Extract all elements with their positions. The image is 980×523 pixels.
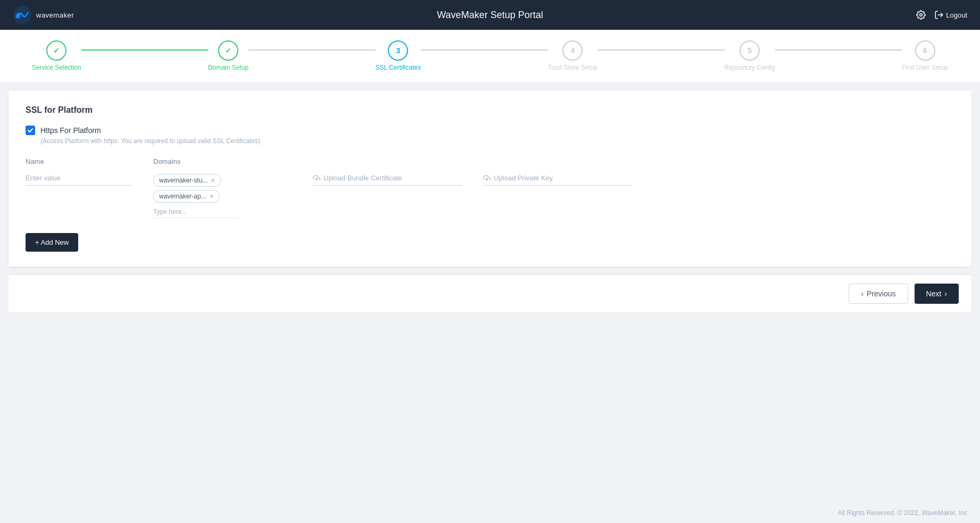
upload-bundle-button[interactable]: Upload Bundle Certificate bbox=[313, 171, 462, 186]
domain-tag-2-value: wavemaker-ap... bbox=[159, 193, 206, 200]
settings-button[interactable] bbox=[916, 10, 926, 20]
step-1-circle: ✓ bbox=[46, 40, 67, 61]
previous-button[interactable]: ‹ Previous bbox=[849, 284, 908, 304]
upload-private-button[interactable]: Upload Private Key bbox=[483, 171, 632, 186]
logo-text: wavemaker bbox=[36, 11, 74, 19]
upload-bundle-header bbox=[313, 157, 462, 165]
domain-tag-2: wavemaker-ap... × bbox=[153, 190, 220, 203]
step-3-circle: 3 bbox=[388, 40, 408, 61]
name-column: Name bbox=[26, 157, 132, 186]
connector-4-5 bbox=[597, 49, 724, 51]
ssl-form: Name Domains wavemaker-stu... × wavemake… bbox=[26, 157, 954, 218]
domain-tag-1-remove[interactable]: × bbox=[211, 177, 215, 184]
logo: wavemaker bbox=[13, 5, 74, 24]
footer-text: All Rights Reserved. © 2022, WaveMaker, … bbox=[838, 509, 967, 517]
main-content: SSL for Platform Https For Platform (Acc… bbox=[0, 82, 980, 312]
domain-type-input[interactable] bbox=[153, 206, 238, 218]
next-button[interactable]: Next › bbox=[915, 284, 959, 304]
connector-2-3 bbox=[248, 49, 375, 51]
page-footer: All Rights Reserved. © 2022, WaveMaker, … bbox=[825, 503, 980, 523]
step-4-circle: 4 bbox=[562, 40, 583, 61]
wavemaker-logo-icon bbox=[13, 5, 32, 24]
checkmark-icon bbox=[27, 127, 34, 134]
https-row: Https For Platform bbox=[26, 126, 954, 135]
logout-icon bbox=[934, 10, 944, 20]
connector-3-4 bbox=[421, 49, 547, 51]
header-actions: Logout bbox=[916, 10, 967, 20]
connector-1-2 bbox=[81, 49, 208, 51]
domain-tag-2-remove[interactable]: × bbox=[210, 193, 214, 200]
connector-5-6 bbox=[775, 49, 902, 51]
upload-icon bbox=[313, 175, 320, 182]
upload-key-icon bbox=[483, 175, 491, 182]
step-2-label: Domain Setup bbox=[208, 64, 248, 71]
name-header: Name bbox=[26, 157, 132, 165]
upload-private-header bbox=[483, 157, 632, 165]
header: wavemaker WaveMaker Setup Portal Logout bbox=[0, 0, 980, 30]
domains-header: Domains bbox=[153, 157, 292, 165]
step-service-selection[interactable]: ✓ Service Selection bbox=[32, 40, 81, 71]
chevron-left-icon: ‹ bbox=[861, 289, 863, 298]
https-hint: (Access Platform with https. You are req… bbox=[40, 137, 954, 145]
step-trust-store[interactable]: 4 Trust Store Setup bbox=[548, 40, 598, 71]
step-ssl-certificates[interactable]: 3 SSL Certificates bbox=[376, 40, 421, 71]
upload-private-column: Upload Private Key bbox=[483, 157, 632, 186]
https-checkbox[interactable] bbox=[26, 126, 35, 135]
https-label: Https For Platform bbox=[40, 126, 101, 135]
step-3-label: SSL Certificates bbox=[376, 64, 421, 71]
stepper: ✓ Service Selection ✓ Domain Setup 3 SSL… bbox=[0, 30, 980, 82]
domain-tag-1: wavemaker-stu... × bbox=[153, 174, 221, 187]
svg-point-2 bbox=[920, 14, 923, 16]
chevron-right-icon: › bbox=[944, 289, 947, 298]
step-domain-setup[interactable]: ✓ Domain Setup bbox=[208, 40, 248, 71]
name-input[interactable] bbox=[26, 171, 132, 186]
nav-footer: ‹ Previous Next › bbox=[9, 275, 971, 312]
step-5-circle: 5 bbox=[740, 40, 760, 61]
ssl-card: SSL for Platform Https For Platform (Acc… bbox=[9, 90, 971, 267]
domain-tag-1-value: wavemaker-stu... bbox=[159, 177, 207, 184]
step-6-circle: 6 bbox=[915, 40, 935, 61]
upload-bundle-label: Upload Bundle Certificate bbox=[323, 174, 402, 182]
card-title: SSL for Platform bbox=[26, 105, 954, 115]
upload-bundle-column: Upload Bundle Certificate bbox=[313, 157, 462, 186]
step-6-label: First User Setup bbox=[902, 64, 948, 71]
logout-button[interactable]: Logout bbox=[934, 10, 967, 20]
step-4-label: Trust Store Setup bbox=[548, 64, 598, 71]
step-repository-config[interactable]: 5 Repository Config bbox=[725, 40, 775, 71]
add-new-button[interactable]: + Add New bbox=[26, 233, 78, 252]
logout-label: Logout bbox=[946, 11, 967, 19]
upload-private-label: Upload Private Key bbox=[494, 174, 553, 182]
step-5-label: Repository Config bbox=[725, 64, 775, 71]
header-title: WaveMaker Setup Portal bbox=[437, 10, 543, 21]
domains-column: Domains wavemaker-stu... × wavemaker-ap.… bbox=[153, 157, 292, 218]
previous-label: Previous bbox=[867, 289, 895, 298]
gear-icon bbox=[916, 10, 926, 20]
next-label: Next bbox=[926, 289, 942, 298]
step-2-circle: ✓ bbox=[218, 40, 238, 61]
svg-point-1 bbox=[15, 13, 21, 19]
step-1-label: Service Selection bbox=[32, 64, 81, 71]
step-first-user-setup[interactable]: 6 First User Setup bbox=[902, 40, 948, 71]
